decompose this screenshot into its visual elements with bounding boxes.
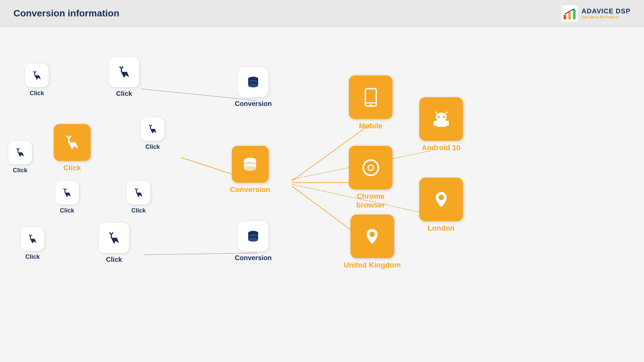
android-node: Android 10 xyxy=(419,97,463,152)
svg-point-67 xyxy=(369,166,373,170)
click-node-bottom-left: Click xyxy=(21,227,44,260)
mobile-node: Mobile xyxy=(349,75,392,130)
svg-point-56 xyxy=(370,104,372,106)
svg-line-37 xyxy=(111,233,113,234)
svg-point-58 xyxy=(437,116,440,118)
click-icon-box xyxy=(25,64,49,87)
click-icon-box xyxy=(55,181,79,204)
mobile-icon-box xyxy=(349,75,392,119)
mobile-label: Mobile xyxy=(359,122,382,130)
svg-rect-63 xyxy=(433,121,436,126)
click-icon-box xyxy=(109,57,139,87)
android-label: Android 10 xyxy=(422,143,461,152)
click-label: Click xyxy=(106,256,122,263)
conversion-label: Conversion xyxy=(235,100,272,108)
header: Conversion information ADAVICE DSP Self-… xyxy=(0,0,644,27)
click-label: Click xyxy=(145,143,160,150)
uk-node: United Kingdom xyxy=(344,215,401,269)
svg-rect-2 xyxy=(568,12,571,19)
svg-rect-64 xyxy=(446,121,449,126)
canvas: Click Click Click xyxy=(0,27,644,362)
click-node-lower-left: Click xyxy=(55,181,79,214)
click-node-mid-large: Click xyxy=(54,124,91,172)
conversion-node-bottom: Conversion xyxy=(235,221,272,262)
london-node: London xyxy=(419,178,463,233)
conversion-icon-box xyxy=(238,221,268,251)
svg-line-31 xyxy=(137,188,138,190)
click-icon-box xyxy=(127,181,150,204)
svg-line-36 xyxy=(110,233,111,234)
click-icon-box xyxy=(141,117,164,141)
conversion-icon-box xyxy=(232,146,269,183)
logo-icon xyxy=(561,5,578,21)
uk-label: United Kingdom xyxy=(344,261,401,269)
click-node-mid2: Click xyxy=(141,117,164,150)
click-label: Click xyxy=(116,90,132,98)
click-label: Click xyxy=(13,167,27,174)
svg-line-13 xyxy=(35,71,36,72)
svg-line-60 xyxy=(435,111,437,114)
click-label: Click xyxy=(60,207,74,214)
svg-rect-3 xyxy=(573,9,576,19)
connection-lines xyxy=(0,27,644,362)
click-label: Click xyxy=(30,90,44,97)
svg-line-19 xyxy=(69,136,71,138)
svg-line-16 xyxy=(121,67,123,68)
logo-area: ADAVICE DSP Self-Serve Ad Platform xyxy=(561,5,631,21)
click-icon-box xyxy=(99,223,129,253)
logo-name: ADAVICE DSP xyxy=(582,7,631,15)
click-node-lower-mid: Click xyxy=(127,181,150,214)
click-label: Click xyxy=(63,164,81,172)
conversion-node-top: Conversion xyxy=(235,67,272,108)
chrome-node: Chromebrowser xyxy=(349,146,392,210)
chrome-icon-box xyxy=(349,146,392,189)
conversion-label: Conversion xyxy=(235,254,272,262)
click-icon-box xyxy=(21,227,44,251)
svg-point-68 xyxy=(438,194,444,200)
london-icon-box xyxy=(419,178,463,221)
svg-point-53 xyxy=(248,238,258,242)
svg-line-61 xyxy=(445,111,447,114)
page-title: Conversion information xyxy=(13,8,119,19)
click-label: Click xyxy=(25,253,40,260)
logo-text: ADAVICE DSP Self-Serve Ad Platform xyxy=(582,7,631,19)
svg-point-59 xyxy=(443,116,445,118)
svg-line-28 xyxy=(65,188,66,190)
click-node-left-small: Click xyxy=(8,141,32,174)
svg-point-43 xyxy=(248,83,258,87)
svg-point-69 xyxy=(370,231,375,237)
click-label: Click xyxy=(131,207,146,214)
conversion-icon-box xyxy=(238,67,268,97)
svg-line-21 xyxy=(17,148,18,149)
svg-line-12 xyxy=(34,71,35,72)
conversion-label: Conversion xyxy=(230,185,270,194)
chrome-label: Chromebrowser xyxy=(356,192,385,210)
svg-line-15 xyxy=(120,67,121,68)
click-node-top-left-small: Click xyxy=(25,64,49,97)
svg-line-22 xyxy=(18,148,19,149)
uk-icon-box xyxy=(351,215,394,258)
svg-rect-54 xyxy=(365,88,376,106)
logo-subtitle: Self-Serve Ad Platform xyxy=(582,15,631,19)
svg-line-25 xyxy=(151,125,152,126)
london-label: London xyxy=(428,224,455,233)
svg-rect-1 xyxy=(564,15,566,19)
click-icon-box xyxy=(8,141,32,164)
conversion-node-mid: Conversion xyxy=(230,146,270,194)
svg-point-48 xyxy=(244,166,256,171)
android-icon-box xyxy=(419,97,463,141)
click-node-bottom-mid: Click xyxy=(99,223,129,263)
click-node-top-mid: Click xyxy=(109,57,139,98)
click-icon-box xyxy=(54,124,91,161)
svg-rect-62 xyxy=(436,120,447,127)
svg-line-34 xyxy=(31,235,32,236)
